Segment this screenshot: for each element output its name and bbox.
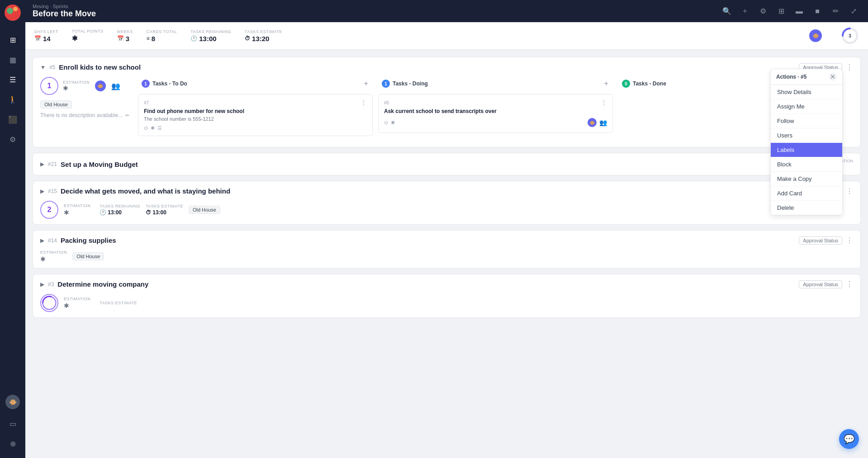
dropdown-item-assign-me[interactable]: Assign Me <box>771 99 842 114</box>
epic-toggle-14[interactable]: ▶ <box>40 237 44 244</box>
add-icon[interactable]: ＋ <box>738 4 752 19</box>
page-title: Before the Move <box>33 9 96 19</box>
sidebar-item-expand[interactable]: ⊕ <box>5 435 21 452</box>
stat-cards-total-value: ≡ 8 <box>147 35 155 42</box>
task-columns-5: 1 Tasks - To Do ＋ #7 ⋮ Find out phone nu… <box>138 77 853 140</box>
task-col-todo-header: 1 Tasks - To Do ＋ <box>138 77 373 90</box>
approval-btn-14[interactable]: Approval Status <box>799 236 842 245</box>
stat-cards-total: CARDS TOTAL ≡ 8 <box>147 29 177 42</box>
app-logo[interactable] <box>5 5 21 21</box>
topbar-title-area: Moving · Sprints Before the Move <box>33 4 96 19</box>
task-title-6: Ask current school to send transcripts o… <box>384 108 607 114</box>
task-menu-6[interactable]: ⋮ <box>601 99 607 106</box>
task-col-todo: 1 Tasks - To Do ＋ #7 ⋮ Find out phone nu… <box>138 77 373 140</box>
user-avatar[interactable]: 🐵 <box>5 395 20 409</box>
todo-add-btn[interactable]: ＋ <box>363 80 369 88</box>
task-menu-7[interactable]: ⋮ <box>360 99 367 106</box>
doing-title: Tasks - Doing <box>393 80 428 87</box>
epic-menu-btn-5[interactable]: ⋮ <box>846 63 853 71</box>
doing-count-badge: 1 <box>382 80 390 88</box>
square-icon[interactable]: ■ <box>810 4 825 19</box>
calendar-icon: 📅 <box>34 35 41 42</box>
epic-block-21: ▶ #21 Set up a Moving Budget ESTIMATION … <box>33 153 861 175</box>
estimation-asterisk-3: ✱ <box>64 302 90 309</box>
story-badge-15: 2 <box>40 201 58 219</box>
main-area: Moving · Sprints Before the Move 🔍 ＋ ⚙ ⊞… <box>25 0 868 458</box>
dropdown-item-add-card[interactable]: Add Card <box>771 186 842 201</box>
epic-num-5: #5 <box>49 64 55 71</box>
chat-button[interactable]: 💬 <box>839 429 859 449</box>
stat-cards-total-label: CARDS TOTAL <box>147 29 177 34</box>
task-desc-7: The school number is 555-1212 <box>144 116 367 122</box>
epic-block-3: ▶ #3 Determine moving company Approval S… <box>33 274 861 318</box>
add-assignee-icon-6[interactable]: 👥 <box>599 119 607 126</box>
sidebar-item-card[interactable]: ▭ <box>5 416 21 432</box>
sidebar-item-home[interactable]: ⊞ <box>5 32 21 48</box>
tag-badge-15: Old House <box>189 206 220 214</box>
epic-title-21: Set up a Moving Budget <box>61 161 820 168</box>
svg-point-1 <box>7 8 13 14</box>
stat-total-points-label: TOTAL POINTS <box>72 29 104 33</box>
tag-badge-14: Old House <box>72 252 104 260</box>
stat-tasks-remaining-value: 🕐 13:00 <box>190 35 216 42</box>
story-meta-5: Old House <box>40 100 131 109</box>
dropdown-item-users[interactable]: Users <box>771 128 842 143</box>
epic-collapsed-21: ▶ #21 Set up a Moving Budget ESTIMATION … <box>33 153 860 175</box>
sidebar-item-tasks[interactable]: ☰ <box>5 71 21 88</box>
stat-tasks-estimate: TASKS ESTIMATE ⏱ 13:20 <box>245 29 282 42</box>
estimation-asterisk-14: ✱ <box>40 255 67 263</box>
epic-title-15: Decide what gets moved, and what is stay… <box>61 187 795 195</box>
grid-icon[interactable]: ⊞ <box>774 4 788 19</box>
svg-point-2 <box>13 7 18 11</box>
asterisk-icon: ✱ <box>72 34 78 42</box>
team-avatar: 🐵 <box>808 28 823 43</box>
avatar-group: 🐵 <box>808 28 823 43</box>
dropdown-item-make-copy[interactable]: Make a Copy <box>771 172 842 186</box>
story-badge-3 <box>40 294 58 312</box>
epic-menu-btn-3[interactable]: ⋮ <box>846 280 853 288</box>
add-user-icon-5[interactable]: 👥 <box>111 82 120 90</box>
stat-days-left: DAYS LEFT 📅 14 <box>34 29 58 42</box>
task-icon-asterisk-7: ✱ <box>151 125 155 131</box>
sidebar-item-activity[interactable]: 🚶 <box>5 91 21 108</box>
epic-menu-btn-14[interactable]: ⋮ <box>846 236 853 245</box>
dropdown-item-block[interactable]: Block <box>771 157 842 172</box>
sidebar-item-dashboard[interactable]: ▦ <box>5 52 21 68</box>
estimation-asterisk-5: ✱ <box>63 85 90 92</box>
task-col-doing: 1 Tasks - Doing ＋ #6 ⋮ Ask current schoo… <box>378 77 613 140</box>
epic-menu-btn-15[interactable]: ⋮ <box>846 187 853 195</box>
stat-tasks-remaining-label: TASKS REMAINING <box>190 29 231 34</box>
edit-icon[interactable]: ✏ <box>828 4 843 19</box>
epic-title-5: Enroll kids to new school <box>59 63 795 71</box>
task-col-doing-header: 1 Tasks - Doing ＋ <box>378 77 613 90</box>
dropdown-item-labels[interactable]: Labels <box>771 143 842 157</box>
story-assignee-5: 🐵 <box>94 80 107 92</box>
sidebar-item-layers[interactable]: ⬛ <box>5 111 21 127</box>
settings-icon[interactable]: ⚙ <box>756 4 770 19</box>
epic-toggle-15[interactable]: ▶ <box>40 188 44 194</box>
epic-toggle-21[interactable]: ▶ <box>40 161 44 167</box>
dropdown-item-show-details[interactable]: Show Details <box>771 85 842 99</box>
epic-toggle-5[interactable]: ▼ <box>40 64 46 71</box>
epic-toggle-3[interactable]: ▶ <box>40 281 44 288</box>
svg-text:3: 3 <box>849 33 851 38</box>
dropdown-item-delete[interactable]: Delete <box>771 201 842 215</box>
story-detail-5: 1 ESTIMATION ✱ 🐵 👥 Old House There is no… <box>33 77 860 147</box>
edit-description-icon-5[interactable]: ✏ <box>125 113 129 118</box>
epic-header-3: ▶ #3 Determine moving company Approval S… <box>33 274 860 294</box>
epic-block-5: ▼ #5 Enroll kids to new school Approval … <box>33 57 861 147</box>
dropdown-item-follow[interactable]: Follow <box>771 114 842 128</box>
expand-icon[interactable]: ⤢ <box>846 4 861 19</box>
topbar-actions: 🔍 ＋ ⚙ ⊞ ▬ ■ ✏ ⤢ <box>720 4 861 19</box>
done-count-badge: 0 <box>622 80 630 88</box>
search-icon[interactable]: 🔍 <box>720 4 734 19</box>
bar-chart-icon[interactable]: ▬ <box>792 4 806 19</box>
story-left-5: 1 ESTIMATION ✱ 🐵 👥 Old House There is no… <box>40 77 131 140</box>
todo-count-badge: 1 <box>142 80 150 88</box>
doing-add-btn[interactable]: ＋ <box>603 80 609 88</box>
clock-icon: 🕐 <box>190 35 197 42</box>
epic-block-14: ▶ #14 Packing supplies Approval Status ⋮… <box>33 230 861 269</box>
dropdown-close-btn[interactable]: ✕ <box>829 73 837 81</box>
approval-btn-3[interactable]: Approval Status <box>799 280 842 288</box>
sidebar-item-settings[interactable]: ⚙ <box>5 131 21 147</box>
